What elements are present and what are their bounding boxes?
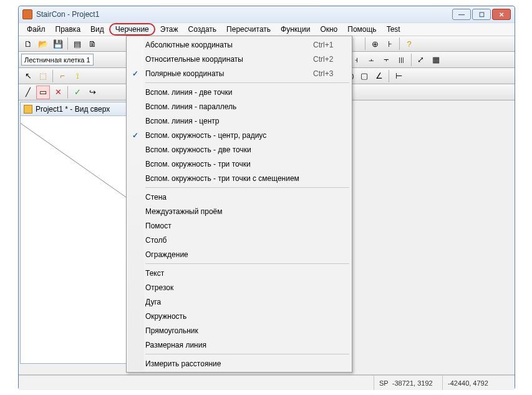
menu-item[interactable]: Отрезок bbox=[128, 280, 351, 295]
menu-item[interactable]: Прямоугольник bbox=[128, 323, 351, 338]
menu-floor[interactable]: Этаж bbox=[155, 24, 183, 35]
menu-item[interactable]: Столб bbox=[128, 233, 351, 247]
stairwell-input-text: Лестничная клетка 1 bbox=[24, 56, 90, 64]
separator bbox=[399, 37, 400, 50]
menu-help[interactable]: Помощь bbox=[342, 24, 381, 35]
list-icon[interactable]: ▤ bbox=[70, 37, 84, 51]
line-icon[interactable]: ╱ bbox=[21, 85, 35, 99]
align-icon[interactable]: ⊦ bbox=[383, 37, 397, 51]
menu-item[interactable]: Вспом. линия - центр bbox=[128, 114, 351, 128]
menu-item[interactable]: ✓Вспом. окружность - центр, радиус bbox=[128, 128, 351, 142]
menu-drawing[interactable]: Черчение bbox=[109, 23, 155, 36]
menu-item-shortcut: Ctrl+3 bbox=[313, 69, 351, 78]
menu-item[interactable]: Междуэтажный проём bbox=[128, 204, 351, 218]
menu-separator bbox=[145, 354, 349, 354]
save-icon[interactable]: 💾 bbox=[51, 37, 65, 51]
angle-icon[interactable]: ∠ bbox=[372, 69, 386, 83]
segment-icon[interactable]: ⊢ bbox=[392, 69, 405, 83]
status-sp: SP -38721, 3192 bbox=[374, 376, 442, 390]
menu-item[interactable]: Вспом. линия - параллель bbox=[128, 99, 351, 114]
guide-line bbox=[21, 116, 130, 200]
distribute-icon[interactable]: ⫼ bbox=[395, 53, 409, 67]
menu-separator bbox=[145, 263, 349, 264]
menu-item-shortcut: Ctrl+1 bbox=[313, 41, 351, 49]
select-icon[interactable]: ⬚ bbox=[36, 69, 50, 83]
menu-item-label: Междуэтажный проём bbox=[143, 207, 313, 216]
separator bbox=[365, 37, 365, 50]
menu-edit[interactable]: Правка bbox=[51, 24, 86, 35]
menu-item-label: Вспом. окружность - три точки c смещение… bbox=[143, 174, 313, 183]
document-title: Project1 * - Вид сверх bbox=[36, 105, 110, 114]
drawing-dropdown: Абсолютные координатыCtrl+1Относительные… bbox=[126, 36, 352, 373]
menu-item[interactable]: Текст bbox=[128, 266, 351, 280]
menu-item[interactable]: Относительные координатыCtrl+2 bbox=[128, 52, 351, 66]
new-icon[interactable]: 🗋 bbox=[21, 37, 35, 51]
separator bbox=[411, 54, 412, 66]
menu-item[interactable]: Ограждение bbox=[128, 247, 351, 261]
menu-item-label: Столб bbox=[143, 236, 313, 245]
menu-item[interactable]: Измерить расстояние bbox=[128, 356, 351, 371]
menu-view[interactable]: Вид bbox=[85, 24, 109, 35]
grid-icon[interactable]: ▦ bbox=[429, 53, 443, 67]
arrow-icon[interactable]: ↪ bbox=[85, 85, 99, 99]
menu-item[interactable]: ✓Полярные координатыCtrl+3 bbox=[128, 66, 351, 80]
menu-item-shortcut: Ctrl+2 bbox=[313, 55, 351, 64]
align-right-icon[interactable]: ⫟ bbox=[380, 53, 394, 67]
separator bbox=[389, 70, 389, 82]
align-center-icon[interactable]: ⫠ bbox=[365, 53, 379, 67]
menu-item-label: Прямоугольник bbox=[143, 326, 313, 335]
menu-item-label: Окружность bbox=[143, 312, 313, 321]
measure-icon[interactable]: ⟟ bbox=[70, 69, 84, 83]
menu-item[interactable]: Окружность bbox=[128, 309, 351, 323]
menu-file[interactable]: Файл bbox=[22, 24, 51, 35]
menu-item-label: Ограждение bbox=[143, 250, 313, 259]
menu-item[interactable]: Вспом. линия - две точки bbox=[128, 85, 351, 99]
maximize-button[interactable]: ☐ bbox=[472, 9, 491, 20]
expand-icon[interactable]: ⤢ bbox=[414, 53, 428, 67]
menu-item[interactable]: Вспом. окружность - три точки bbox=[128, 157, 351, 171]
menu-item-label: Размерная линия bbox=[143, 341, 313, 349]
menu-recalc[interactable]: Пересчитать bbox=[221, 24, 276, 35]
check-icon[interactable]: ✓ bbox=[70, 85, 84, 99]
menu-create[interactable]: Создать bbox=[183, 24, 221, 35]
menu-functions[interactable]: Функции bbox=[276, 24, 315, 35]
separator bbox=[67, 86, 68, 99]
menu-item[interactable]: Дуга bbox=[128, 295, 351, 309]
menu-item-label: Вспом. линия - параллель bbox=[143, 102, 313, 111]
delete-icon[interactable]: ✕ bbox=[51, 85, 65, 99]
menu-item-label: Текст bbox=[143, 269, 313, 278]
menu-item[interactable]: Вспом. окружность - три точки c смещение… bbox=[128, 171, 351, 185]
statusbar: SP -38721, 3192 -42440, 4792 bbox=[19, 375, 515, 390]
menu-test[interactable]: Test bbox=[382, 24, 405, 35]
pointer-icon[interactable]: ↖ bbox=[21, 69, 35, 83]
open-icon[interactable]: 📂 bbox=[36, 37, 50, 51]
menu-item[interactable]: Вспом. окружность - две точки bbox=[128, 142, 351, 157]
status-coords: -42440, 4792 bbox=[442, 376, 511, 390]
menu-item-label: Полярные координаты bbox=[143, 69, 313, 78]
menu-item[interactable]: Стена bbox=[128, 190, 351, 204]
menu-item-label: Вспом. окружность - две точки bbox=[143, 145, 313, 154]
menu-item-label: Дуга bbox=[143, 298, 313, 306]
menu-window[interactable]: Окно bbox=[315, 24, 342, 35]
help-icon[interactable]: ? bbox=[402, 37, 416, 51]
app-icon bbox=[22, 9, 32, 19]
separator bbox=[52, 70, 53, 82]
menu-item[interactable]: Абсолютные координатыCtrl+1 bbox=[128, 37, 351, 52]
menu-item[interactable]: Помост bbox=[128, 218, 351, 233]
square-icon[interactable]: ▢ bbox=[357, 69, 371, 83]
menu-separator bbox=[145, 82, 349, 83]
titlebar[interactable]: StairCon - Project1 — ☐ ✕ bbox=[19, 6, 515, 22]
close-button[interactable]: ✕ bbox=[492, 9, 511, 20]
menu-item-label: Относительные координаты bbox=[143, 55, 313, 64]
stair-icon[interactable]: ⌐ bbox=[56, 69, 69, 83]
menu-item-label: Вспом. линия - две точки bbox=[143, 88, 313, 97]
menu-item[interactable]: Размерная линия bbox=[128, 338, 351, 352]
menu-item-label: Стена bbox=[143, 193, 313, 202]
separator bbox=[67, 37, 68, 50]
minimize-button[interactable]: — bbox=[452, 9, 471, 20]
menubar: Файл Правка Вид Черчение Этаж Создать Пе… bbox=[19, 22, 515, 36]
rect-tool-icon[interactable]: ▭ bbox=[36, 85, 50, 99]
stairwell-input[interactable]: Лестничная клетка 1 bbox=[21, 54, 94, 66]
doc-icon[interactable]: 🗎 bbox=[85, 37, 99, 51]
target-icon[interactable]: ⊕ bbox=[368, 37, 382, 51]
